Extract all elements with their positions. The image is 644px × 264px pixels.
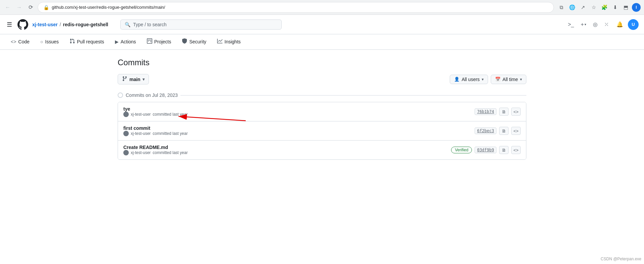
address-bar[interactable]: 🔒 github.com/xj-test-user/redis-rogue-ge…	[38, 2, 554, 13]
translate-button[interactable]: 🌐	[567, 3, 577, 12]
pull-requests-nav-button[interactable]: ⛌	[602, 20, 612, 30]
search-bar[interactable]: 🔍 Type / to search	[120, 20, 282, 30]
pip-button[interactable]: ⧉	[557, 3, 566, 12]
issues-nav-icon: ○	[40, 39, 43, 44]
copy-sha-button[interactable]: 🗎	[499, 146, 509, 154]
back-button[interactable]: ←	[3, 3, 12, 12]
projects-icon	[147, 38, 152, 45]
download-button[interactable]: ⬇	[610, 3, 620, 12]
commits-toolbar: main ▾ 👤 All users ▾ 📅 All time ▾	[118, 74, 526, 84]
commit-meta-text: committed last year	[153, 112, 188, 117]
forward-button[interactable]: →	[15, 3, 24, 12]
header-center: 🔍 Type / to search	[120, 20, 554, 30]
time-filter-caret: ▾	[520, 77, 522, 82]
bookmark-button[interactable]: ☆	[589, 3, 598, 12]
nav-issues[interactable]: ○ Issues	[35, 34, 64, 49]
breadcrumb-separator: /	[59, 22, 61, 27]
security-icon	[182, 38, 187, 45]
nav-insights[interactable]: Insights	[212, 34, 246, 49]
commits-date-label: Commits on Jul 28, 2023	[126, 92, 178, 98]
extensions-button[interactable]: 🧩	[600, 3, 609, 12]
nav-pr-label: Pull requests	[77, 39, 104, 44]
commit-author: xj-test-user	[131, 150, 151, 155]
user-filter-icon: 👤	[454, 77, 459, 82]
add-new-button[interactable]: +	[579, 20, 588, 30]
hamburger-menu-button[interactable]: ☰	[5, 20, 13, 30]
browse-repo-button[interactable]: <>	[511, 127, 521, 135]
commit-dot-icon	[118, 92, 123, 98]
header-left: ☰ xj-test-user / redis-rogue-getshell	[5, 19, 108, 30]
split-view-button[interactable]: ⬒	[621, 3, 631, 12]
commit-row: Create README.md xj-test-user committed …	[118, 141, 526, 159]
pr-icon	[70, 38, 75, 45]
commit-meta: xj-test-user committed last year	[123, 131, 475, 136]
nav-actions[interactable]: ▶ Actions	[110, 34, 142, 49]
commit-message-link[interactable]: tye	[123, 106, 130, 112]
calendar-filter-icon: 📅	[495, 77, 500, 82]
commits-date-header: Commits on Jul 28, 2023	[118, 90, 526, 102]
nav-insights-label: Insights	[225, 39, 241, 44]
commit-meta-text: committed last year	[153, 131, 188, 136]
commit-sha-link[interactable]: 6f2bec3	[475, 127, 496, 134]
all-time-filter-button[interactable]: 📅 All time ▾	[491, 75, 526, 84]
nav-projects[interactable]: Projects	[142, 34, 177, 49]
commit-meta-text: committed last year	[153, 150, 188, 155]
issues-button[interactable]: ◎	[591, 19, 600, 30]
code-icon: <>	[11, 39, 16, 44]
commit-left: Create README.md xj-test-user committed …	[123, 145, 451, 155]
browser-chrome: ← → ⟳ 🔒 github.com/xj-test-user/redis-ro…	[0, 0, 644, 15]
commit-message-link[interactable]: first commit	[123, 125, 150, 131]
nav-code[interactable]: <> Code	[5, 34, 35, 49]
notifications-button[interactable]: 🔔	[614, 19, 625, 30]
commit-author: xj-test-user	[131, 112, 151, 117]
nav-pull-requests[interactable]: Pull requests	[64, 34, 110, 49]
browse-repo-button[interactable]: <>	[511, 108, 521, 116]
share-button[interactable]: ↗	[578, 3, 588, 12]
verified-badge: Verified	[451, 147, 472, 153]
owner-link[interactable]: xj-test-user	[32, 22, 57, 27]
nav-code-label: Code	[18, 39, 29, 44]
commit-left: tye xj-test-user committed last year	[123, 106, 475, 117]
commit-author-avatar	[123, 131, 129, 136]
nav-security-label: Security	[189, 39, 206, 44]
commit-row: tye xj-test-user committed last year 76b…	[118, 102, 526, 121]
lock-icon: 🔒	[43, 5, 49, 10]
commit-sha-link[interactable]: 03df9b9	[475, 147, 496, 153]
commit-sha-link[interactable]: 76b1b74	[475, 108, 496, 115]
breadcrumb: xj-test-user / redis-rogue-getshell	[32, 22, 108, 27]
toolbar-right: 👤 All users ▾ 📅 All time ▾	[450, 75, 526, 84]
all-time-label: All time	[502, 77, 518, 82]
refresh-button[interactable]: ⟳	[26, 3, 35, 12]
github-logo[interactable]	[17, 19, 28, 30]
commit-meta: xj-test-user committed last year	[123, 112, 475, 117]
commit-row: first commit xj-test-user committed last…	[118, 121, 526, 141]
github-header: ☰ xj-test-user / redis-rogue-getshell 🔍 …	[0, 15, 644, 34]
commit-author-avatar	[123, 150, 129, 155]
copy-sha-button[interactable]: 🗎	[499, 108, 509, 116]
branch-name: main	[129, 77, 140, 82]
commit-right: 6f2bec3 🗎 <>	[475, 127, 521, 135]
commit-author: xj-test-user	[131, 131, 151, 136]
browser-profile-avatar[interactable]: I	[632, 3, 641, 12]
nav-security[interactable]: Security	[176, 34, 212, 49]
branch-icon	[122, 76, 127, 82]
commit-right: Verified 03df9b9 🗎 <>	[451, 146, 521, 154]
terminal-button[interactable]: >_	[566, 20, 576, 30]
commit-message-link[interactable]: Create README.md	[123, 145, 168, 150]
all-users-label: All users	[461, 77, 480, 82]
users-filter-caret: ▾	[482, 77, 484, 82]
commits-list: tye xj-test-user committed last year 76b…	[118, 102, 526, 160]
commit-meta: xj-test-user committed last year	[123, 150, 451, 155]
date-separator-line	[180, 95, 526, 96]
all-users-filter-button[interactable]: 👤 All users ▾	[450, 75, 488, 84]
user-avatar-button[interactable]: U	[628, 19, 639, 30]
repo-name: redis-rogue-getshell	[63, 22, 108, 27]
browse-repo-button[interactable]: <>	[511, 146, 521, 154]
nav-actions-label: Actions	[121, 39, 136, 44]
header-right: >_ + ◎ ⛌ 🔔 U	[566, 19, 639, 30]
commit-author-avatar	[123, 112, 129, 117]
branch-selector-button[interactable]: main ▾	[118, 74, 149, 84]
copy-sha-button[interactable]: 🗎	[499, 127, 509, 135]
repo-nav: <> Code ○ Issues Pull requests ▶ Actions…	[0, 34, 644, 50]
branch-caret: ▾	[143, 77, 145, 82]
